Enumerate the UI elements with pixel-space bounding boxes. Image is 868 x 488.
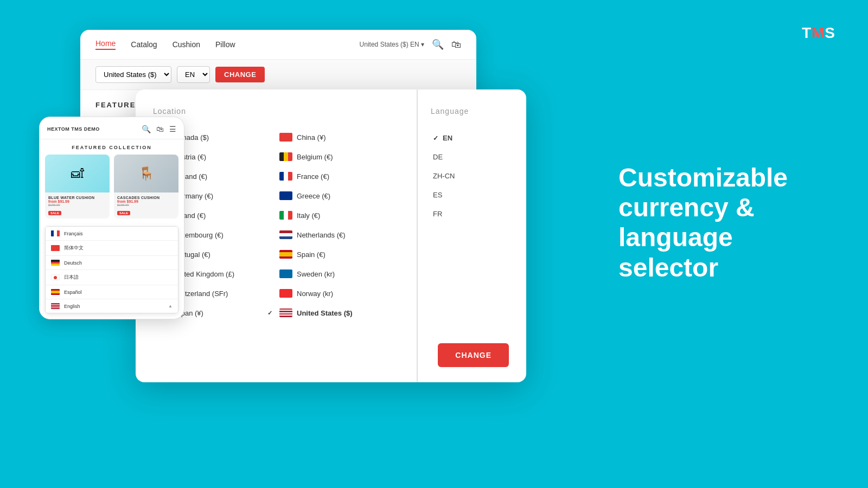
- flag-netherlands: [279, 230, 292, 239]
- language-title: Language: [431, 107, 513, 115]
- flag-us: [279, 309, 292, 317]
- desktop-nav: Home Catalog Cushion Pillow United State…: [80, 30, 476, 60]
- mobile-product-1: 🛋 BLUE WATER CUSHION from $91.99 $106.99…: [45, 155, 110, 219]
- nav-pillow[interactable]: Pillow: [215, 40, 235, 49]
- country-spain[interactable]: Spain (€): [276, 246, 399, 263]
- nav-currency-region[interactable]: United States ($) EN ▾: [360, 41, 424, 48]
- lang-en[interactable]: ✓ EN: [431, 129, 513, 147]
- mobile-lang-es[interactable]: Español: [46, 285, 178, 299]
- lang-de[interactable]: DE: [431, 147, 513, 166]
- mobile-mockup: HEXTOM TMS DEMO 🔍 🛍 ☰ FEATURED COLLECTIO…: [39, 117, 184, 319]
- tms-logo: TMS: [802, 24, 835, 42]
- country-greece[interactable]: Greece (€): [276, 187, 399, 204]
- flag-france: [279, 172, 292, 181]
- mobile-lang-de[interactable]: Deutsch: [46, 256, 178, 270]
- mobile-logo: HEXTOM TMS DEMO: [47, 126, 100, 132]
- nav-catalog[interactable]: Catalog: [131, 40, 157, 49]
- mobile-lang-zh[interactable]: 简体中文: [46, 241, 178, 256]
- mobile-featured-label: FEATURED COLLECTION: [40, 139, 184, 155]
- country-china[interactable]: China (¥): [276, 129, 399, 146]
- lang-es[interactable]: ES: [431, 185, 513, 204]
- country-us[interactable]: ✓ United States ($): [276, 304, 399, 322]
- country-france[interactable]: France (€): [276, 168, 399, 185]
- mobile-product-price-2: from $91.99: [117, 200, 175, 203]
- mobile-header: HEXTOM TMS DEMO 🔍 🛍 ☰: [40, 117, 184, 139]
- mobile-product-old-2: $106.99: [117, 203, 175, 207]
- mobile-product-img-2: 🪑: [114, 155, 178, 192]
- mobile-menu-icon[interactable]: ☰: [169, 125, 176, 133]
- currency-select[interactable]: United States ($): [95, 66, 171, 83]
- mobile-cart-icon[interactable]: 🛍: [156, 125, 164, 133]
- country-belgium[interactable]: Belgium (€): [276, 148, 399, 165]
- change-button-lg[interactable]: CHANGE: [438, 343, 509, 367]
- mobile-icons: 🔍 🛍 ☰: [142, 125, 176, 133]
- change-button-sm[interactable]: CHANGE: [215, 67, 265, 82]
- mobile-lang-fr[interactable]: Français: [46, 227, 178, 241]
- mobile-language-dropdown: Français 简体中文 Deutsch 日本語 Español Englis…: [45, 226, 178, 313]
- currency-bar: United States ($) EN CHANGE: [80, 60, 476, 90]
- mobile-lang-en[interactable]: English ▲: [46, 299, 178, 313]
- flag-china: [279, 133, 292, 142]
- flag-sweden: [279, 269, 292, 278]
- sale-badge-2: SALE: [117, 211, 130, 215]
- mobile-flag-us: [51, 303, 60, 309]
- language-select[interactable]: EN: [177, 66, 210, 83]
- sale-badge-1: SALE: [48, 211, 61, 215]
- flag-norway: [279, 289, 292, 298]
- mobile-lang-ja[interactable]: 日本語: [46, 270, 178, 285]
- headline: Customizable currency & language selecto…: [618, 163, 825, 282]
- mobile-flag-de: [51, 260, 60, 266]
- country-norway[interactable]: Norway (kr): [276, 285, 399, 302]
- mobile-product-info-1: BLUE WATER CUSHION from $91.99 $106.99 S…: [45, 192, 110, 219]
- mobile-product-img-1: 🛋: [45, 155, 110, 192]
- mobile-product-name-1: BLUE WATER CUSHION: [48, 196, 106, 200]
- mobile-products: 🛋 BLUE WATER CUSHION from $91.99 $106.99…: [40, 155, 184, 224]
- mobile-product-name-2: CASCADES CUSHION: [117, 196, 175, 200]
- mobile-product-2: 🪑 CASCADES CUSHION from $91.99 $106.99 S…: [114, 155, 178, 219]
- flag-greece: [279, 191, 292, 200]
- selector-modal: Location Canada ($) China (¥) Austria (€…: [136, 89, 526, 382]
- search-icon[interactable]: 🔍: [432, 38, 444, 50]
- cart-icon[interactable]: 🛍: [451, 39, 461, 50]
- mobile-flag-cn: [51, 245, 60, 251]
- chevron-up-icon: ▲: [168, 304, 173, 309]
- lang-fr[interactable]: FR: [431, 204, 513, 223]
- country-italy[interactable]: Italy (€): [276, 207, 399, 224]
- mobile-product-info-2: CASCADES CUSHION from $91.99 $106.99 SAL…: [114, 192, 178, 219]
- nav-cushion[interactable]: Cushion: [173, 40, 200, 49]
- mobile-product-price-1: from $91.99: [48, 200, 106, 203]
- flag-italy: [279, 211, 292, 220]
- nav-right: United States ($) EN ▾ 🔍 🛍: [360, 38, 461, 50]
- mobile-search-icon[interactable]: 🔍: [142, 125, 151, 133]
- country-netherlands[interactable]: Netherlands (€): [276, 226, 399, 243]
- tms-logo-accent: M: [812, 24, 825, 41]
- lang-zh-cn[interactable]: ZH-CN: [431, 166, 513, 185]
- mobile-flag-jp: [51, 274, 60, 280]
- location-title: Location: [153, 107, 399, 115]
- flag-belgium: [279, 152, 292, 161]
- mobile-flag-es: [51, 289, 60, 295]
- mobile-product-old-1: $106.99: [48, 203, 106, 207]
- flag-spain: [279, 250, 292, 259]
- nav-home[interactable]: Home: [95, 39, 116, 50]
- mobile-flag-fr: [51, 230, 60, 236]
- modal-language: Language ✓ EN DE ZH-CN ES FR: [418, 89, 526, 382]
- country-grid: Canada ($) China (¥) Austria (€) Belgium…: [153, 129, 399, 322]
- country-sweden[interactable]: Sweden (kr): [276, 265, 399, 282]
